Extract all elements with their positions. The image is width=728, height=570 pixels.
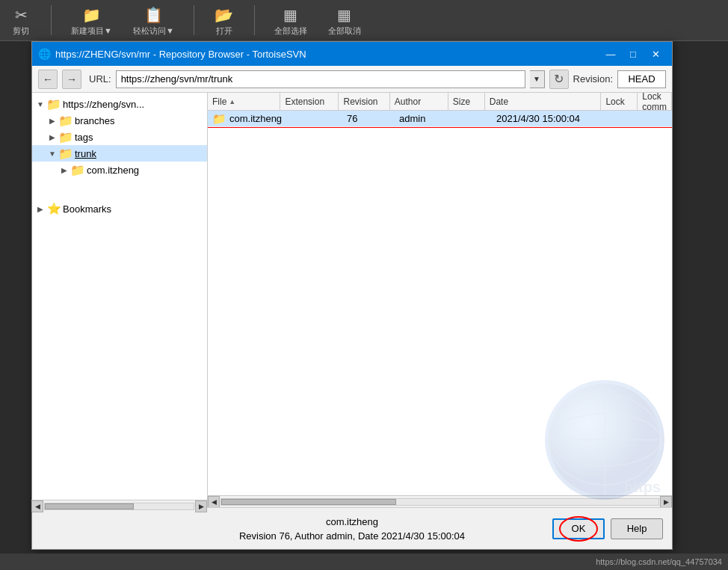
toolbar-easy-access-label: 轻松访问▼ <box>133 25 174 37</box>
title-bar: 🌐 https://ZHENG/svn/mr - Repository Brow… <box>32 42 672 66</box>
toolbar-separator-1 <box>51 5 52 35</box>
tree-panel: ▼ 📁 https://zheng/svn... ▶ 📁 branches ▶ … <box>32 93 208 507</box>
toolbar-new-project[interactable]: 📁 新建项目▼ <box>67 3 117 38</box>
dialog-icon: 🌐 <box>38 48 51 60</box>
status-filename: com.itzheng <box>326 516 378 527</box>
scroll-track[interactable] <box>220 498 659 506</box>
file-column-headers: File ▲ Extension Revision Author Size Da… <box>208 93 672 111</box>
toolbar-new-project-label: 新建项目▼ <box>71 25 112 37</box>
folder-icon-root: 📁 <box>47 98 61 110</box>
back-button[interactable]: ← <box>38 70 58 89</box>
toolbar-cut[interactable]: ✂ 剪切 <box>6 3 36 38</box>
open-icon: 📂 <box>214 4 235 25</box>
file-cell-date: 2021/4/30 15:00:04 <box>492 111 611 126</box>
tree-item-root[interactable]: ▼ 📁 https://zheng/svn... <box>32 96 207 112</box>
folder-icon-trunk: 📁 <box>59 147 73 159</box>
file-row-com-itzheng[interactable]: 📁 com.itzheng 76 admin 2021/4/30 15:00:0… <box>208 111 672 127</box>
toolbar-deselect-all-label: 全部取消 <box>328 25 361 37</box>
status-bar: com.itzheng Revision 76, Author admin, D… <box>32 507 672 549</box>
select-all-icon: ▦ <box>280 4 301 25</box>
file-cell-ext <box>283 117 342 120</box>
file-cell-lock-comment <box>649 117 672 120</box>
tree-item-tags[interactable]: ▶ 📁 tags <box>32 129 207 145</box>
ok-button[interactable]: OK <box>552 518 605 539</box>
url-input[interactable] <box>116 70 525 88</box>
revision-label: Revision: <box>573 73 613 85</box>
col-size-label: Size <box>453 96 470 107</box>
file-panel: File ▲ Extension Revision Author Size Da… <box>208 93 672 507</box>
scroll-left-button[interactable]: ◀ <box>208 496 220 508</box>
col-lock-comment-label: Lock comm <box>642 93 667 112</box>
expand-arrow-com-itzheng: ▶ <box>59 165 70 175</box>
toolbar-separator-2 <box>194 5 194 35</box>
tree-item-bookmarks[interactable]: ▶ ⭐ Bookmarks <box>32 200 207 217</box>
close-button[interactable]: ✕ <box>645 46 666 62</box>
toolbar-cut-label: 剪切 <box>13 25 29 37</box>
revision-input[interactable] <box>617 70 666 88</box>
scroll-right-button[interactable]: ▶ <box>660 496 672 508</box>
folder-icon-com-itzheng: 📁 <box>71 164 84 176</box>
status-buttons: OK Help <box>552 518 663 539</box>
minimize-button[interactable]: — <box>600 46 621 62</box>
toolbar-open-label: 打开 <box>216 25 232 37</box>
refresh-button[interactable]: ↻ <box>549 70 569 89</box>
bottom-link: https://blog.csdn.net/qq_44757034 <box>596 557 722 566</box>
toolbar-select-all-label: 全部选择 <box>274 25 307 37</box>
help-button[interactable]: Help <box>611 518 663 539</box>
tree-label-root: https://zheng/svn... <box>63 99 144 110</box>
tree-label-tags: tags <box>75 132 93 143</box>
tree-scroll-track[interactable] <box>44 503 194 510</box>
maximize-button[interactable]: □ <box>623 46 644 62</box>
toolbar-open[interactable]: 📂 打开 <box>209 3 239 38</box>
file-cell-author: admin <box>395 111 454 126</box>
expand-arrow-root: ▼ <box>35 99 46 109</box>
folder-icon-branches: 📁 <box>59 114 73 126</box>
address-bar: ← → URL: ▼ ↻ Revision: <box>32 66 672 93</box>
file-folder-icon: 📁 <box>212 112 226 126</box>
expand-arrow-tags: ▶ <box>47 132 58 142</box>
toolbar-easy-access[interactable]: 📋 轻松访问▼ <box>129 3 179 38</box>
status-details: Revision 76, Author admin, Date 2021/4/3… <box>239 530 465 542</box>
tree-empty-space <box>32 217 207 367</box>
file-list: 📁 com.itzheng 76 admin 2021/4/30 15:00:0… <box>208 111 672 495</box>
col-header-revision[interactable]: Revision <box>339 93 389 110</box>
toolbar-select-all[interactable]: ▦ 全部选择 <box>270 3 312 38</box>
title-bar-controls: — □ ✕ <box>600 46 666 62</box>
file-scroll-bar: ◀ ▶ <box>208 495 672 507</box>
col-header-date[interactable]: Date <box>485 93 602 110</box>
col-header-file[interactable]: File ▲ <box>208 93 280 110</box>
col-header-author[interactable]: Author <box>390 93 448 110</box>
expand-arrow-branches: ▶ <box>47 115 58 126</box>
tree-item-com-itzheng[interactable]: ▶ 📁 com.itzheng <box>32 162 207 178</box>
easy-access-icon: 📋 <box>143 4 164 25</box>
tree-spacer <box>32 178 207 200</box>
tree-scroll-left[interactable]: ◀ <box>31 500 43 512</box>
col-header-lock[interactable]: Lock <box>601 93 638 110</box>
deselect-all-icon: ▦ <box>334 4 355 25</box>
url-dropdown-button[interactable]: ▼ <box>530 70 545 88</box>
tree-label-trunk: trunk <box>75 148 96 159</box>
tree-label-bookmarks: Bookmarks <box>63 203 111 215</box>
repository-browser-dialog: 🌐 https://ZHENG/svn/mr - Repository Brow… <box>31 41 673 550</box>
col-lock-label: Lock <box>605 96 624 107</box>
tree-item-branches[interactable]: ▶ 📁 branches <box>32 112 207 129</box>
help-label: Help <box>627 523 647 534</box>
dialog-title: https://ZHENG/svn/mr - Repository Browse… <box>55 49 600 60</box>
ok-label: OK <box>572 523 586 534</box>
col-author-label: Author <box>395 96 421 107</box>
tree-item-trunk[interactable]: ▼ 📁 trunk <box>32 145 207 162</box>
file-cell-name: 📁 com.itzheng <box>208 111 283 127</box>
expand-arrow-trunk: ▼ <box>47 148 58 159</box>
col-header-lock-comment[interactable]: Lock comm <box>638 93 672 110</box>
col-header-size[interactable]: Size <box>448 93 485 110</box>
col-file-label: File <box>212 96 226 107</box>
toolbar-deselect-all[interactable]: ▦ 全部取消 <box>324 3 365 38</box>
col-extension-label: Extension <box>285 96 324 107</box>
main-content: ▼ 📁 https://zheng/svn... ▶ 📁 branches ▶ … <box>32 93 672 507</box>
tree-scroll-right[interactable]: ▶ <box>195 500 207 512</box>
forward-button[interactable]: → <box>62 70 81 89</box>
col-header-extension[interactable]: Extension <box>280 93 339 110</box>
file-cell-revision: 76 <box>342 111 395 126</box>
file-name-text: com.itzheng <box>229 113 282 124</box>
new-project-icon: 📁 <box>81 4 102 25</box>
